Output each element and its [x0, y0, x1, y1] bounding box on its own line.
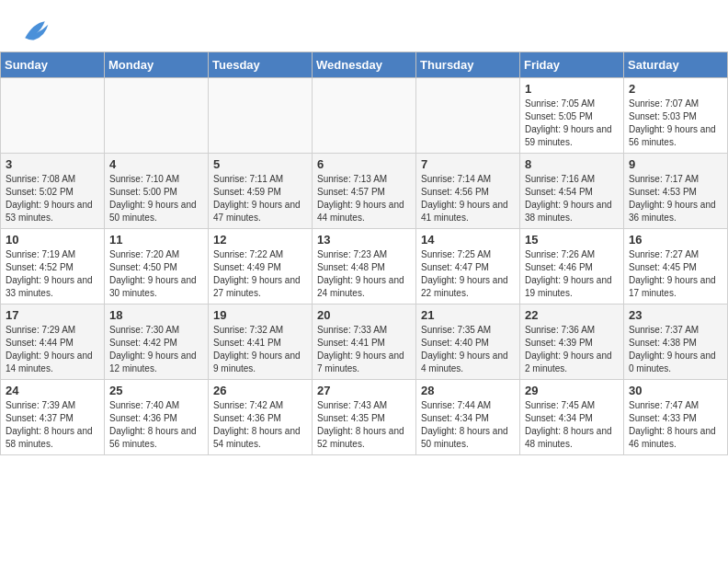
day-info: Sunrise: 7:35 AM Sunset: 4:40 PM Dayligh…: [421, 324, 515, 375]
calendar-day: 21Sunrise: 7:35 AM Sunset: 4:40 PM Dayli…: [416, 304, 520, 380]
calendar-week-3: 10Sunrise: 7:19 AM Sunset: 4:52 PM Dayli…: [1, 229, 728, 304]
calendar-day: 3Sunrise: 7:08 AM Sunset: 5:02 PM Daylig…: [1, 154, 105, 229]
day-number: 14: [421, 233, 515, 247]
day-info: Sunrise: 7:16 AM Sunset: 4:54 PM Dayligh…: [525, 173, 619, 224]
day-info: Sunrise: 7:26 AM Sunset: 4:46 PM Dayligh…: [525, 248, 619, 300]
weekday-header-wednesday: Wednesday: [313, 52, 416, 78]
calendar-day: 5Sunrise: 7:11 AM Sunset: 4:59 PM Daylig…: [209, 154, 313, 229]
calendar-day: 27Sunrise: 7:43 AM Sunset: 4:35 PM Dayli…: [313, 380, 416, 455]
day-number: 26: [213, 384, 307, 397]
day-number: 17: [6, 308, 99, 322]
calendar-week-2: 3Sunrise: 7:08 AM Sunset: 5:02 PM Daylig…: [1, 154, 728, 229]
day-number: 27: [317, 384, 411, 397]
day-number: 28: [421, 384, 515, 397]
day-number: 3: [6, 157, 99, 171]
calendar-day: 9Sunrise: 7:17 AM Sunset: 4:53 PM Daylig…: [624, 154, 728, 229]
weekday-header-saturday: Saturday: [624, 52, 728, 78]
calendar-day: 22Sunrise: 7:36 AM Sunset: 4:39 PM Dayli…: [520, 304, 624, 380]
calendar-week-1: 1Sunrise: 7:05 AM Sunset: 5:05 PM Daylig…: [1, 78, 728, 154]
day-info: Sunrise: 7:32 AM Sunset: 4:41 PM Dayligh…: [213, 324, 307, 375]
calendar-day: 6Sunrise: 7:13 AM Sunset: 4:57 PM Daylig…: [313, 154, 416, 229]
day-info: Sunrise: 7:36 AM Sunset: 4:39 PM Dayligh…: [525, 324, 619, 375]
calendar-day: 4Sunrise: 7:10 AM Sunset: 5:00 PM Daylig…: [105, 154, 209, 229]
day-number: 8: [525, 157, 619, 171]
calendar-day: 8Sunrise: 7:16 AM Sunset: 4:54 PM Daylig…: [520, 154, 624, 229]
day-number: 23: [629, 308, 722, 322]
calendar-day: 18Sunrise: 7:30 AM Sunset: 4:42 PM Dayli…: [105, 304, 209, 380]
calendar-day: 29Sunrise: 7:45 AM Sunset: 4:34 PM Dayli…: [520, 380, 624, 455]
day-info: Sunrise: 7:39 AM Sunset: 4:37 PM Dayligh…: [6, 399, 99, 451]
day-number: 4: [109, 157, 203, 171]
day-info: Sunrise: 7:11 AM Sunset: 4:59 PM Dayligh…: [213, 173, 307, 224]
day-number: 29: [525, 384, 619, 397]
calendar-day: 28Sunrise: 7:44 AM Sunset: 4:34 PM Dayli…: [416, 380, 520, 455]
calendar-day: 12Sunrise: 7:22 AM Sunset: 4:49 PM Dayli…: [209, 229, 313, 304]
calendar-day: 1Sunrise: 7:05 AM Sunset: 5:05 PM Daylig…: [520, 78, 624, 154]
calendar-day: 24Sunrise: 7:39 AM Sunset: 4:37 PM Dayli…: [1, 380, 105, 455]
day-number: 22: [525, 308, 619, 322]
day-info: Sunrise: 7:25 AM Sunset: 4:47 PM Dayligh…: [421, 248, 515, 300]
calendar-day: 13Sunrise: 7:23 AM Sunset: 4:48 PM Dayli…: [313, 229, 416, 304]
calendar-table: SundayMondayTuesdayWednesdayThursdayFrid…: [0, 52, 728, 455]
day-info: Sunrise: 7:33 AM Sunset: 4:41 PM Dayligh…: [317, 324, 411, 375]
logo: [18, 15, 55, 48]
calendar-day: [1, 78, 105, 154]
calendar-day: 14Sunrise: 7:25 AM Sunset: 4:47 PM Dayli…: [416, 229, 520, 304]
day-info: Sunrise: 7:08 AM Sunset: 5:02 PM Dayligh…: [6, 173, 99, 224]
day-info: Sunrise: 7:07 AM Sunset: 5:03 PM Dayligh…: [629, 98, 722, 149]
calendar-day: 7Sunrise: 7:14 AM Sunset: 4:56 PM Daylig…: [416, 154, 520, 229]
calendar-day: [209, 78, 313, 154]
day-number: 12: [213, 233, 307, 247]
calendar-day: 25Sunrise: 7:40 AM Sunset: 4:36 PM Dayli…: [105, 380, 209, 455]
day-info: Sunrise: 7:45 AM Sunset: 4:34 PM Dayligh…: [525, 399, 619, 451]
calendar-day: 10Sunrise: 7:19 AM Sunset: 4:52 PM Dayli…: [1, 229, 105, 304]
weekday-header-thursday: Thursday: [416, 52, 520, 78]
day-info: Sunrise: 7:29 AM Sunset: 4:44 PM Dayligh…: [6, 324, 99, 375]
day-info: Sunrise: 7:27 AM Sunset: 4:45 PM Dayligh…: [629, 248, 722, 300]
logo-bird-icon: [18, 15, 51, 48]
day-info: Sunrise: 7:05 AM Sunset: 5:05 PM Dayligh…: [525, 98, 619, 149]
day-number: 11: [109, 233, 203, 247]
weekday-header-monday: Monday: [105, 52, 209, 78]
day-number: 21: [421, 308, 515, 322]
day-info: Sunrise: 7:19 AM Sunset: 4:52 PM Dayligh…: [6, 248, 99, 300]
calendar-day: 2Sunrise: 7:07 AM Sunset: 5:03 PM Daylig…: [624, 78, 728, 154]
day-info: Sunrise: 7:14 AM Sunset: 4:56 PM Dayligh…: [421, 173, 515, 224]
day-number: 24: [6, 384, 99, 397]
day-info: Sunrise: 7:23 AM Sunset: 4:48 PM Dayligh…: [317, 248, 411, 300]
calendar-day: [105, 78, 209, 154]
day-number: 5: [213, 157, 307, 171]
day-number: 16: [629, 233, 722, 247]
calendar-day: 19Sunrise: 7:32 AM Sunset: 4:41 PM Dayli…: [209, 304, 313, 380]
calendar-day: 11Sunrise: 7:20 AM Sunset: 4:50 PM Dayli…: [105, 229, 209, 304]
day-info: Sunrise: 7:20 AM Sunset: 4:50 PM Dayligh…: [109, 248, 203, 300]
day-number: 30: [629, 384, 722, 397]
calendar-week-4: 17Sunrise: 7:29 AM Sunset: 4:44 PM Dayli…: [1, 304, 728, 380]
calendar-day: 23Sunrise: 7:37 AM Sunset: 4:38 PM Dayli…: [624, 304, 728, 380]
day-info: Sunrise: 7:44 AM Sunset: 4:34 PM Dayligh…: [421, 399, 515, 451]
calendar-day: 17Sunrise: 7:29 AM Sunset: 4:44 PM Dayli…: [1, 304, 105, 380]
day-number: 19: [213, 308, 307, 322]
day-number: 9: [629, 157, 722, 171]
day-number: 7: [421, 157, 515, 171]
page-header: [0, 0, 728, 52]
day-info: Sunrise: 7:40 AM Sunset: 4:36 PM Dayligh…: [109, 399, 203, 451]
calendar-day: 26Sunrise: 7:42 AM Sunset: 4:36 PM Dayli…: [209, 380, 313, 455]
calendar-day: [313, 78, 416, 154]
calendar-day: 30Sunrise: 7:47 AM Sunset: 4:33 PM Dayli…: [624, 380, 728, 455]
weekday-header-tuesday: Tuesday: [209, 52, 313, 78]
day-info: Sunrise: 7:43 AM Sunset: 4:35 PM Dayligh…: [317, 399, 411, 451]
day-number: 25: [109, 384, 203, 397]
day-info: Sunrise: 7:37 AM Sunset: 4:38 PM Dayligh…: [629, 324, 722, 375]
day-number: 6: [317, 157, 411, 171]
day-info: Sunrise: 7:30 AM Sunset: 4:42 PM Dayligh…: [109, 324, 203, 375]
weekday-header-friday: Friday: [520, 52, 624, 78]
day-number: 18: [109, 308, 203, 322]
day-number: 15: [525, 233, 619, 247]
calendar-day: 20Sunrise: 7:33 AM Sunset: 4:41 PM Dayli…: [313, 304, 416, 380]
day-info: Sunrise: 7:47 AM Sunset: 4:33 PM Dayligh…: [629, 399, 722, 451]
day-info: Sunrise: 7:42 AM Sunset: 4:36 PM Dayligh…: [213, 399, 307, 451]
calendar-day: [416, 78, 520, 154]
calendar-week-5: 24Sunrise: 7:39 AM Sunset: 4:37 PM Dayli…: [1, 380, 728, 455]
calendar-day: 16Sunrise: 7:27 AM Sunset: 4:45 PM Dayli…: [624, 229, 728, 304]
